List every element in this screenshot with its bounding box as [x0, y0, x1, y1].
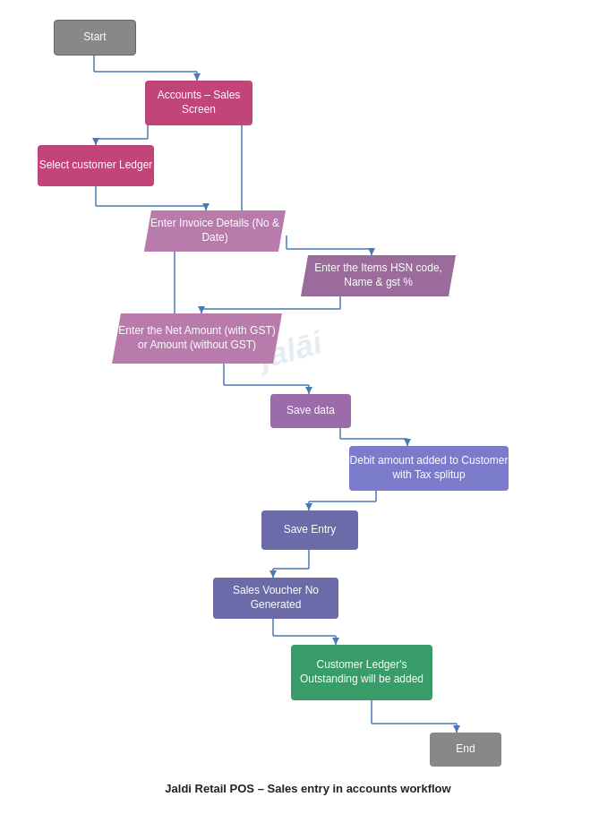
svg-marker-42: [305, 503, 312, 510]
svg-marker-38: [368, 248, 375, 255]
sales-voucher-node: Sales Voucher No Generated: [213, 578, 338, 619]
debit-amount-node: Debit amount added to Customer with Tax …: [349, 446, 509, 491]
end-node: End: [430, 733, 501, 767]
flowchart: jalāi Start Accounts – Sales Screen Sele…: [0, 0, 616, 806]
caption: Jaldi Retail POS – Sales entry in accoun…: [0, 782, 616, 795]
svg-marker-44: [332, 638, 339, 645]
accounts-sales-node: Accounts – Sales Screen: [145, 81, 252, 125]
start-node: Start: [54, 20, 136, 56]
enter-hsn-node: Enter the Items HSN code, Name & gst %: [301, 255, 456, 296]
customer-ledger-node: Customer Ledger's Outstanding will be ad…: [291, 645, 432, 700]
svg-marker-35: [193, 73, 201, 81]
svg-marker-45: [453, 725, 460, 733]
svg-marker-37: [202, 203, 210, 210]
save-data-node: Save data: [270, 394, 351, 428]
save-entry-node: Save Entry: [261, 510, 358, 550]
svg-marker-43: [270, 570, 277, 578]
svg-marker-41: [404, 439, 411, 446]
enter-net-amount-node: Enter the Net Amount (with GST) or Amoun…: [112, 313, 282, 364]
enter-invoice-node: Enter Invoice Details (No & Date): [144, 210, 286, 252]
select-customer-node: Select customer Ledger: [38, 145, 154, 186]
svg-marker-36: [92, 138, 99, 145]
svg-marker-40: [305, 387, 312, 394]
svg-marker-39: [198, 306, 205, 313]
